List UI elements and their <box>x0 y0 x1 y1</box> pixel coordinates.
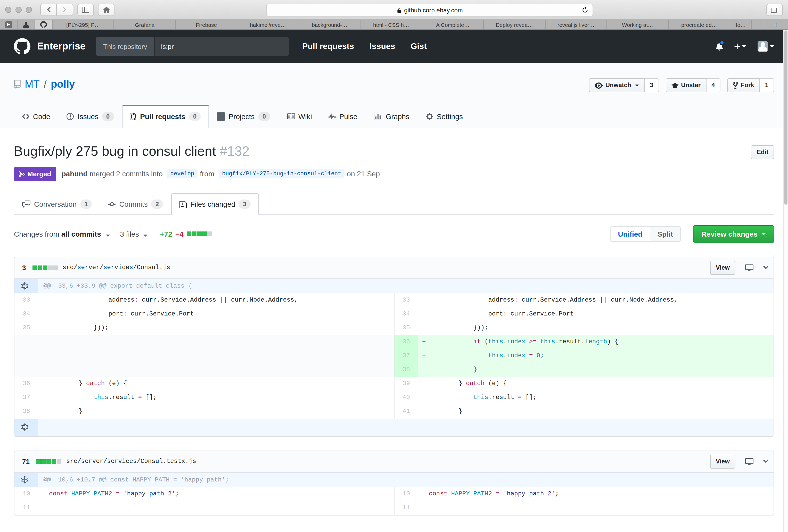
line-number-cell[interactable]: 35 <box>15 321 38 335</box>
repo-tab-code[interactable]: Code <box>14 105 59 128</box>
search-input[interactable]: is:pr <box>155 37 289 56</box>
line-number-cell[interactable]: 37 <box>394 349 418 363</box>
code-cell: + if (this.index >= this.result.length) … <box>418 335 773 349</box>
browser-tab-favicon-e[interactable]: E <box>0 20 18 29</box>
nav-gist[interactable]: Gist <box>411 42 427 51</box>
home-button[interactable] <box>98 3 115 16</box>
nav-pull-requests[interactable]: Pull requests <box>302 42 354 51</box>
browser-tab-hakimel-reve[interactable]: hakimel/reve… <box>237 20 299 29</box>
tab-overview-button[interactable] <box>766 4 783 16</box>
browser-tab-working-at[interactable]: Working at… <box>607 20 669 29</box>
line-number-cell[interactable]: 35 <box>394 321 418 335</box>
view-file-button[interactable]: View <box>710 454 735 468</box>
line-number-cell[interactable]: 34 <box>15 307 38 321</box>
browser-tab-firebase[interactable]: Firebase <box>176 20 237 29</box>
browser-tab-a-complete[interactable]: A Complete… <box>422 20 484 29</box>
expand-diff-button[interactable] <box>15 418 38 436</box>
back-button[interactable] <box>40 3 57 16</box>
pr-tab-files-changed[interactable]: Files changed3 <box>171 193 259 215</box>
browser-tab-grafana[interactable]: Grafana <box>114 20 176 29</box>
line-number-cell[interactable]: 11 <box>394 501 418 515</box>
line-number-cell[interactable]: 40 <box>394 390 418 404</box>
repo-tab-issues[interactable]: Issues0 <box>59 105 122 128</box>
window-zoom-button[interactable] <box>26 6 32 13</box>
line-number-cell[interactable]: 34 <box>394 307 418 321</box>
repo-tab-settings[interactable]: Settings <box>418 105 471 128</box>
review-changes-button[interactable]: Review changes <box>693 225 774 243</box>
base-branch-label[interactable]: develop <box>168 169 197 178</box>
fork-button[interactable]: Fork <box>727 78 760 92</box>
line-number-cell[interactable]: 38 <box>394 363 418 376</box>
browser-tab-html-css-h[interactable]: html - CSS h… <box>361 20 422 29</box>
github-logo[interactable] <box>14 38 31 55</box>
line-number-cell[interactable]: 38 <box>15 404 38 418</box>
unwatch-button[interactable]: Unwatch <box>589 78 645 92</box>
browser-tab-procreate-ed[interactable]: procreate ed… <box>669 20 730 29</box>
forward-button[interactable] <box>57 3 73 16</box>
line-number-cell[interactable]: 11 <box>15 501 38 515</box>
line-number-cell[interactable]: 33 <box>394 293 418 307</box>
pr-tab-conversation[interactable]: Conversation1 <box>14 193 100 215</box>
repo-tab-pull-requests[interactable]: Pull requests0 <box>122 105 209 128</box>
line-number-cell[interactable]: 39 <box>394 376 418 390</box>
browser-tab-background[interactable]: background-… <box>299 20 361 29</box>
rich-diff-icon[interactable] <box>745 263 753 272</box>
repo-tab-wiki[interactable]: Wiki <box>278 105 320 128</box>
unstar-count[interactable]: 4 <box>706 78 721 92</box>
chevron-down-icon[interactable] <box>763 457 768 466</box>
window-minimize-button[interactable] <box>16 6 22 13</box>
author-link[interactable]: pahund <box>61 170 87 178</box>
browser-tab-github-active[interactable] <box>35 20 53 29</box>
changes-from-dropdown[interactable]: Changes from all commits <box>14 230 110 238</box>
search-bar[interactable]: This repository is:pr <box>96 37 289 56</box>
browser-tab-reveal-js-liver[interactable]: reveal js liver… <box>545 20 607 29</box>
create-new-button[interactable] <box>734 43 746 50</box>
browser-tab-fo[interactable]: fo… <box>730 20 752 29</box>
expand-diff-button[interactable] <box>15 279 38 293</box>
browser-tab-ply-295-p[interactable]: [PLY-295] P… <box>53 20 114 29</box>
line-number-cell[interactable]: 33 <box>15 293 38 307</box>
repo-owner-link[interactable]: MT <box>25 78 40 90</box>
line-number-cell[interactable]: 37 <box>15 390 38 404</box>
expand-diff-button[interactable] <box>15 472 38 487</box>
sidebar-button[interactable] <box>77 3 94 16</box>
line-number-cell[interactable]: 10 <box>15 487 38 501</box>
browser-tab-avatar[interactable] <box>18 20 35 29</box>
repo-name-link[interactable]: polly <box>51 78 75 90</box>
repo-tab-projects[interactable]: Projects0 <box>209 105 278 128</box>
diff-row: 35 }));35 })); <box>15 321 773 335</box>
user-menu-button[interactable] <box>757 41 774 52</box>
fork-count[interactable]: 1 <box>760 78 774 92</box>
line-number-cell[interactable]: 10 <box>394 487 418 501</box>
repo-tab-pulse[interactable]: Pulse <box>320 105 366 128</box>
edit-button[interactable]: Edit <box>751 145 774 159</box>
unwatch-count[interactable]: 3 <box>645 78 659 92</box>
scrollbar-thumb[interactable] <box>784 30 787 205</box>
scrollbar[interactable] <box>783 30 788 532</box>
chevron-down-icon[interactable] <box>763 263 768 272</box>
address-bar[interactable]: github.corp.ebay.com <box>266 4 593 17</box>
unstar-button[interactable]: Unstar <box>666 78 706 92</box>
unified-view-button[interactable]: Unified <box>611 227 650 241</box>
browser-tab-deploy-revea[interactable]: Deploy revea… <box>484 20 545 29</box>
line-number-cell[interactable]: 41 <box>394 404 418 418</box>
window-close-button[interactable] <box>5 6 11 13</box>
files-count-dropdown[interactable]: 3 files <box>120 230 148 238</box>
caret-down-icon <box>762 233 766 235</box>
rich-diff-icon[interactable] <box>745 457 753 466</box>
head-branch-label[interactable]: bugfix/PLY-275-bug-in-consul-client <box>219 169 344 178</box>
repo-tab-graphs[interactable]: Graphs <box>366 105 418 128</box>
pr-tab-commits[interactable]: Commits2 <box>100 193 171 215</box>
line-number-cell[interactable]: 36 <box>394 335 418 349</box>
notifications-button[interactable] <box>716 42 723 50</box>
split-view-button[interactable]: Split <box>650 227 680 241</box>
view-file-button[interactable]: View <box>710 261 735 274</box>
new-tab-button[interactable]: + <box>764 20 788 29</box>
line-number-cell[interactable]: 36 <box>15 376 38 390</box>
file-path[interactable]: src/server/services/Consul.testx.js <box>66 458 196 465</box>
file-path[interactable]: src/server/services/Consul.js <box>62 264 170 271</box>
reload-icon[interactable] <box>582 7 588 14</box>
nav-issues[interactable]: Issues <box>370 42 395 51</box>
pr-tabs: Conversation1Commits2Files changed3 <box>14 193 774 215</box>
file-header: 3src/server/services/Consul.jsView <box>15 257 773 279</box>
